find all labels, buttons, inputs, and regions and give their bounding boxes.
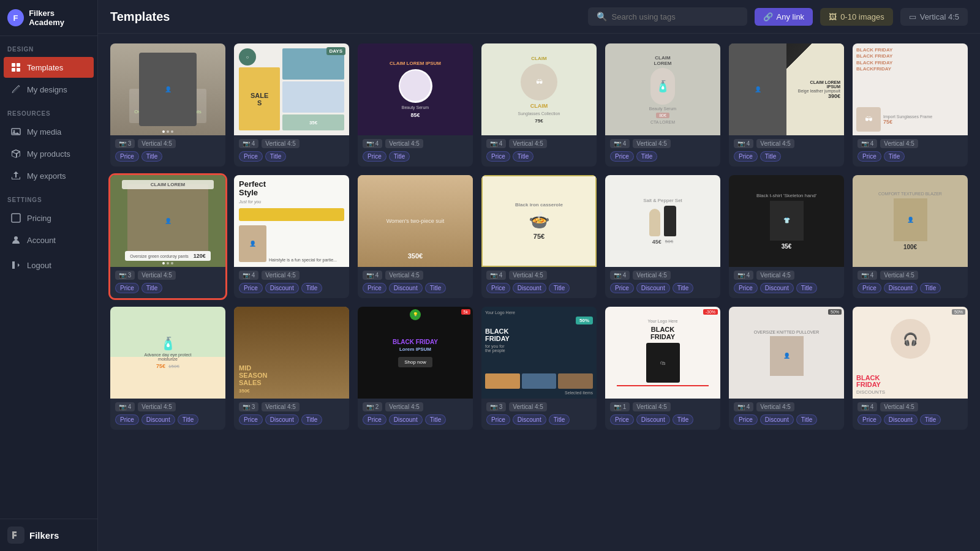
card-tag: Title	[796, 414, 818, 425]
template-card[interactable]: Salt & Pepper Set 45€ 50€ 📷 4	[605, 175, 720, 298]
search-icon: 🔍	[597, 12, 607, 21]
card-format-badge: Vertical 4:5	[138, 139, 175, 148]
card-count-badge: 📷 1	[610, 402, 630, 411]
pricing-icon	[11, 213, 21, 223]
card-tag: Discount	[760, 414, 794, 425]
template-card[interactable]: -30% Your Logo Here BLACKFRIDAY 🛍 📷 1 Ve…	[605, 307, 720, 430]
sidebar-item-pricing[interactable]: Pricing	[4, 208, 94, 228]
card-tag: Discount	[760, 283, 794, 293]
card-format-badge: Vertical 4:5	[385, 271, 423, 280]
card-count-badge: 📷 4	[363, 139, 382, 148]
card-format-badge: Vertical 4:5	[880, 139, 918, 148]
sidebar-item-templates[interactable]: Templates	[4, 57, 94, 78]
card-count-badge: 📷 4	[363, 271, 382, 280]
image-icon: 🖼	[829, 12, 837, 21]
card-format-badge: Vertical 4:5	[509, 271, 546, 280]
sidebar-item-label: Templates	[27, 63, 63, 72]
card-count-badge: 📷 4	[734, 271, 753, 280]
card-tag: Title	[760, 151, 782, 162]
template-card[interactable]: BLACK FRIDAYBLACK FRIDAYBLACK FRIDAYBLAC…	[853, 43, 968, 167]
card-count-badge: 📷 4	[486, 271, 506, 280]
svg-rect-6	[12, 214, 20, 222]
sidebar-item-mydesigns[interactable]: My designs	[4, 79, 94, 100]
card-format-badge: Vertical 4:5	[385, 139, 423, 148]
template-card[interactable]: Your Logo Here 50% BLACKFRIDAY for you f…	[481, 307, 597, 430]
mydesigns-icon	[11, 84, 21, 94]
card-tag: Price	[734, 151, 758, 162]
template-card[interactable]: CLAIM LOREM IPSUM Beauty Serum 85€ 📷 4 V…	[358, 43, 473, 167]
card-tag: Discount	[389, 414, 423, 425]
template-card[interactable]: 50% 🎧 BLACKFRIDAYDISCOUNTS 📷 4 Vertical …	[853, 307, 968, 430]
card-tag: Price	[858, 151, 881, 162]
sidebar-item-mymedia[interactable]: My media	[4, 121, 94, 142]
vertical-label: Vertical 4:5	[920, 12, 959, 21]
filkers-logo-text: Filkers	[29, 530, 59, 541]
card-format-badge: Vertical 4:5	[756, 139, 794, 148]
main-content: Templates 🔍 🔗 Any link 🖼 0-10 images ▭ V…	[98, 0, 980, 551]
template-card-selected[interactable]: 👤 CLAIM LOREM Oversize green corduroy pa…	[110, 175, 225, 298]
card-tag: Price	[115, 283, 139, 293]
card-format-badge: Vertical 4:5	[262, 402, 299, 411]
sidebar-item-logout[interactable]: Logout	[4, 255, 94, 276]
sidebar-item-label: Account	[27, 236, 56, 245]
template-card[interactable]: CLAIM 🕶 CLAIM Sunglasses Collection 75€ …	[481, 43, 597, 167]
card-count-badge: 📷 4	[858, 402, 877, 411]
sidebar: F Filkers Academy DESIGN Templates My de…	[0, 0, 98, 551]
card-tag: Title	[389, 151, 410, 162]
card-tag: Price	[858, 414, 881, 425]
card-tag: Price	[486, 414, 510, 425]
mymedia-icon	[11, 127, 21, 137]
vertical-filter-button[interactable]: ▭ Vertical 4:5	[900, 8, 968, 26]
template-grid-area: CLAIM LOREM IPSUM Oversize green corduro…	[98, 34, 980, 551]
card-tag: Title	[513, 151, 534, 162]
sidebar-item-label: My products	[27, 149, 70, 159]
myexports-icon	[11, 171, 21, 181]
card-tag: Discount	[513, 414, 546, 425]
any-link-button[interactable]: 🔗 Any link	[755, 8, 813, 26]
card-count-badge: 📷 4	[858, 139, 877, 148]
template-card[interactable]: 🧴 Advance day eye protectmoisturize 75€ …	[110, 307, 225, 430]
card-count-badge: 📷 3	[486, 402, 506, 411]
images-filter-button[interactable]: 🖼 0-10 images	[820, 8, 893, 26]
templates-icon	[11, 62, 21, 72]
template-card[interactable]: COMFORT TEXTURED BLAZER 👤 100€ 📷 4 Verti…	[853, 175, 968, 298]
template-card[interactable]: Women's two-piece suit 350€ 📷 4 Vertical…	[358, 175, 473, 298]
template-card[interactable]: 50% OVERSIZE KNITTED PULLOVER 👤 📷 4 Vert…	[729, 307, 844, 430]
svg-rect-2	[12, 68, 15, 72]
sidebar-item-label: Logout	[27, 261, 51, 270]
card-tag: Title	[425, 414, 447, 425]
card-tag: Price	[239, 151, 263, 162]
card-count-badge: 📷 3	[239, 402, 258, 411]
svg-point-7	[14, 236, 18, 240]
sidebar-footer: Filkers	[0, 519, 97, 551]
template-card[interactable]: CLAIM LOREM IPSUM Oversize green corduro…	[110, 43, 225, 167]
sidebar-item-myproducts[interactable]: My products	[4, 143, 94, 164]
card-tag: Price	[486, 283, 510, 293]
card-format-badge: Vertical 4:5	[633, 271, 670, 280]
card-tag: Price	[486, 151, 510, 162]
filkers-logo: Filkers	[7, 527, 90, 544]
template-card[interactable]: CLAIM LOREMIPSUM Beige leather jumpsuit …	[729, 43, 844, 167]
sidebar-item-label: My designs	[27, 85, 67, 94]
sidebar-item-label: My exports	[27, 171, 66, 181]
template-card[interactable]: Black iron casserole 🍲 75€ 📷 4 Vertical …	[481, 175, 597, 298]
aspect-icon: ▭	[909, 12, 916, 21]
card-format-badge: Vertical 4:5	[138, 402, 175, 411]
card-tag: Title	[673, 283, 694, 293]
card-tag: Title	[178, 414, 199, 425]
template-card[interactable]: Black t-shirt 'Skeleton hand' 👕 35€ 📷 4 …	[729, 175, 844, 298]
template-card[interactable]: ○ SALES 35€ DAYS	[234, 43, 349, 167]
search-input[interactable]	[612, 12, 739, 21]
myproducts-icon	[11, 149, 21, 159]
sidebar-item-myexports[interactable]: My exports	[4, 165, 94, 186]
card-format-badge: Vertical 4:5	[756, 402, 794, 411]
card-tag: Title	[796, 283, 818, 293]
sidebar-item-account[interactable]: Account	[4, 230, 94, 250]
template-card[interactable]: 5k 💡 BLACK FRIDAYLorem IPSUM Shop now 📷 …	[358, 307, 473, 430]
template-card[interactable]: PerfectStyle Just for you 👤 Hairstyle is…	[234, 175, 349, 298]
template-card[interactable]: CLAIMLOREM 🧴 Beauty Serum 80€ CTA LOREM …	[605, 43, 720, 167]
card-tag: Title	[301, 414, 323, 425]
card-format-badge: Vertical 4:5	[262, 271, 299, 280]
template-card[interactable]: MIDSEASONSALES 350€ 📷 3 Vertical 4:5 Pri…	[234, 307, 349, 430]
sidebar-header: F Filkers Academy	[0, 0, 97, 36]
